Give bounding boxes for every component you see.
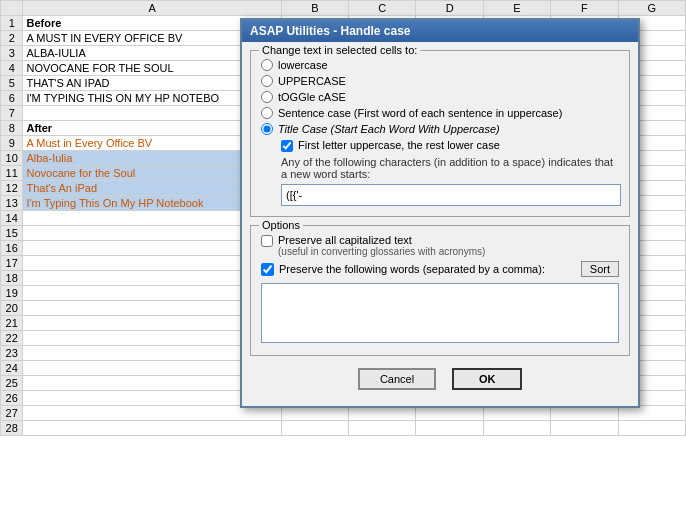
options-group-label: Options xyxy=(259,219,303,231)
preserve-cap-checkbox[interactable] xyxy=(261,235,273,247)
row-number: 17 xyxy=(1,256,23,271)
col-header-e[interactable]: E xyxy=(483,1,550,16)
row-number: 12 xyxy=(1,181,23,196)
row-number: 2 xyxy=(1,31,23,46)
row-number: 7 xyxy=(1,106,23,121)
new-word-desc: Any of the following characters (in addi… xyxy=(281,156,619,180)
change-group-label: Change text in selected cells to: xyxy=(259,44,420,56)
table-row[interactable]: 28 xyxy=(1,421,686,436)
preserve-cap-label: Preserve all capitalized text xyxy=(278,234,485,246)
row-number: 19 xyxy=(1,286,23,301)
radio-lowercase-label[interactable]: lowercase xyxy=(278,59,328,71)
radio-sentence-label[interactable]: Sentence case (First word of each senten… xyxy=(278,107,562,119)
preserve-words-textarea[interactable] xyxy=(261,283,619,343)
row-number: 11 xyxy=(1,166,23,181)
radio-lowercase-row: lowercase xyxy=(261,59,619,71)
row-number: 24 xyxy=(1,361,23,376)
change-group: Change text in selected cells to: lowerc… xyxy=(250,50,630,217)
row-number: 18 xyxy=(1,271,23,286)
col-header-c[interactable]: C xyxy=(349,1,416,16)
cell-b[interactable] xyxy=(281,421,348,436)
options-group: Options Preserve all capitalized text (u… xyxy=(250,225,630,356)
col-header-f[interactable]: F xyxy=(551,1,618,16)
row-number: 23 xyxy=(1,346,23,361)
row-number: 13 xyxy=(1,196,23,211)
radio-title-row: Title Case (Start Each Word With Upperca… xyxy=(261,123,619,135)
preserve-words-row: Preserve the following words (separated … xyxy=(261,261,619,277)
row-number: 27 xyxy=(1,406,23,421)
row-number: 22 xyxy=(1,331,23,346)
row-number: 1 xyxy=(1,16,23,31)
ok-button[interactable]: OK xyxy=(452,368,522,390)
row-number: 20 xyxy=(1,301,23,316)
dialog-titlebar: ASAP Utilities - Handle case xyxy=(242,20,638,42)
dialog-buttons: Cancel OK xyxy=(250,364,630,398)
row-number: 14 xyxy=(1,211,23,226)
radio-uppercase-row: UPPERCASE xyxy=(261,75,619,87)
preserve-cap-sublabel: (useful in converting glossaries with ac… xyxy=(278,246,485,257)
row-number: 28 xyxy=(1,421,23,436)
cancel-button[interactable]: Cancel xyxy=(358,368,436,390)
row-number: 4 xyxy=(1,61,23,76)
preserve-words-checkbox[interactable] xyxy=(261,263,274,276)
first-letter-label[interactable]: First letter uppercase, the rest lower c… xyxy=(298,139,500,151)
cell-d[interactable] xyxy=(416,421,483,436)
row-number: 3 xyxy=(1,46,23,61)
col-header-a[interactable]: A xyxy=(23,1,281,16)
row-number: 6 xyxy=(1,91,23,106)
radio-title-label[interactable]: Title Case (Start Each Word With Upperca… xyxy=(278,123,500,135)
col-header-g[interactable]: G xyxy=(618,1,685,16)
preserve-cap-row: Preserve all capitalized text (useful in… xyxy=(261,234,619,257)
radio-title[interactable] xyxy=(261,123,273,135)
preserve-words-label[interactable]: Preserve the following words (separated … xyxy=(279,263,576,275)
radio-uppercase-label[interactable]: UPPERCASE xyxy=(278,75,346,87)
row-number: 21 xyxy=(1,316,23,331)
dialog-title: ASAP Utilities - Handle case xyxy=(250,24,411,38)
radio-toggle-label[interactable]: tOGGle cASE xyxy=(278,91,346,103)
row-number: 15 xyxy=(1,226,23,241)
row-number: 5 xyxy=(1,76,23,91)
new-word-chars-input[interactable] xyxy=(281,184,621,206)
radio-sentence-row: Sentence case (First word of each senten… xyxy=(261,107,619,119)
first-letter-checkbox-row: First letter uppercase, the rest lower c… xyxy=(281,139,619,152)
row-number: 10 xyxy=(1,151,23,166)
cell-c[interactable] xyxy=(349,421,416,436)
radio-sentence[interactable] xyxy=(261,107,273,119)
row-number: 26 xyxy=(1,391,23,406)
row-number: 8 xyxy=(1,121,23,136)
cell-f[interactable] xyxy=(551,421,618,436)
row-number: 9 xyxy=(1,136,23,151)
col-header-d[interactable]: D xyxy=(416,1,483,16)
sort-button[interactable]: Sort xyxy=(581,261,619,277)
row-number: 16 xyxy=(1,241,23,256)
row-number: 25 xyxy=(1,376,23,391)
cell-a[interactable] xyxy=(23,421,281,436)
radio-toggle-row: tOGGle cASE xyxy=(261,91,619,103)
corner-header xyxy=(1,1,23,16)
handle-case-dialog: ASAP Utilities - Handle case Change text… xyxy=(240,18,640,408)
radio-lowercase[interactable] xyxy=(261,59,273,71)
col-header-b[interactable]: B xyxy=(281,1,348,16)
cell-e[interactable] xyxy=(483,421,550,436)
first-letter-checkbox[interactable] xyxy=(281,140,293,152)
radio-toggle[interactable] xyxy=(261,91,273,103)
radio-uppercase[interactable] xyxy=(261,75,273,87)
cell-g[interactable] xyxy=(618,421,685,436)
